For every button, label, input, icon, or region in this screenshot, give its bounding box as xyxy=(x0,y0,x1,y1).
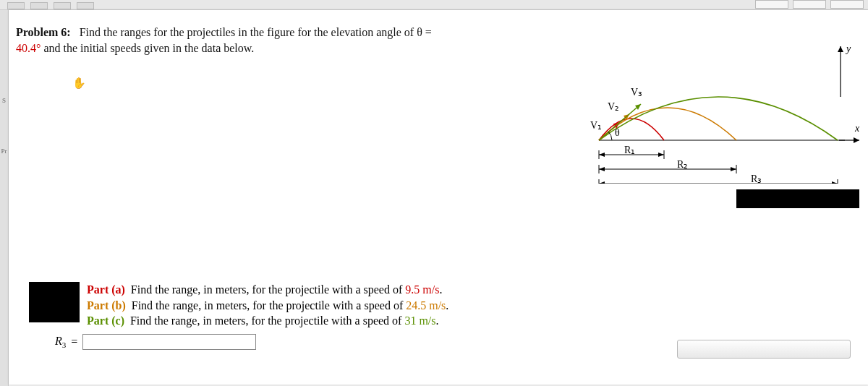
v3-label: V₃ xyxy=(631,87,642,98)
part-b-label: Part (b) xyxy=(87,299,126,312)
toolbar xyxy=(0,0,868,10)
parts-list: Part (a) Find the range, in meters, for … xyxy=(87,282,448,329)
r1-label: R₁ xyxy=(624,145,635,155)
svg-line-4 xyxy=(599,104,641,140)
problem-angle: 40.4° xyxy=(16,42,41,54)
toolbar-button-stub[interactable] xyxy=(793,0,826,9)
part-c-value: 31 m/s xyxy=(404,314,435,327)
answer-symbol-main: R xyxy=(55,335,62,347)
range-dimension-2: R₂ xyxy=(599,159,736,173)
trajectory-1 xyxy=(599,119,664,140)
toolbar-button-stub[interactable] xyxy=(755,0,788,9)
svg-marker-10 xyxy=(658,153,664,157)
part-c-post: . xyxy=(436,314,439,327)
r2-label: R₂ xyxy=(677,159,688,170)
x-arrowhead-icon xyxy=(854,137,859,143)
part-b-value: 24.5 m/s xyxy=(406,299,446,312)
x-axis-label: x xyxy=(854,123,860,134)
side-rail-marker: Pr xyxy=(0,147,8,155)
parts-block: Part (a) Find the range, in meters, for … xyxy=(29,282,448,329)
part-a-pre: Find the range, in meters, for the proje… xyxy=(131,283,405,296)
part-a-label: Part (a) xyxy=(87,283,125,296)
velocity-arrow-3 xyxy=(599,104,641,140)
answer-input[interactable] xyxy=(82,334,256,350)
part-a: Part (a) Find the range, in meters, for … xyxy=(87,282,448,298)
svg-marker-14 xyxy=(599,167,605,171)
answer-symbol: R3 xyxy=(55,335,66,349)
y-arrowhead-icon xyxy=(838,46,843,52)
toolbar-right xyxy=(755,0,864,9)
part-a-value: 9.5 m/s xyxy=(405,283,439,296)
problem-lead: Find the ranges for the projectiles in t… xyxy=(80,26,432,38)
projectile-figure: y x xyxy=(571,39,861,184)
side-rail: S Pr xyxy=(0,10,9,386)
part-c-pre: Find the range, in meters, for the proje… xyxy=(130,314,404,327)
svg-marker-15 xyxy=(731,167,736,171)
toolbar-stub xyxy=(7,2,25,9)
v1-label: V₁ xyxy=(590,120,602,131)
parts-thumbnail-stub xyxy=(29,282,80,322)
toolbar-stub xyxy=(54,2,71,9)
redacted-block xyxy=(736,189,859,208)
problem-label: Problem 6: xyxy=(16,26,71,38)
part-c-label: Part (c) xyxy=(87,314,124,327)
part-b-post: . xyxy=(446,299,448,312)
toolbar-stub xyxy=(77,2,94,9)
part-b: Part (b) Find the range, in meters, for … xyxy=(87,298,448,314)
part-b-pre: Find the range, in meters, for the proje… xyxy=(132,299,406,312)
range-dimension-3: R₃ xyxy=(599,173,838,184)
part-c: Part (c) Find the range, in meters, for … xyxy=(87,313,448,329)
v2-label: V₂ xyxy=(608,101,619,112)
trajectory-3 xyxy=(599,97,838,140)
part-a-post: . xyxy=(439,283,442,296)
toolbar-stub xyxy=(30,2,48,9)
answer-row: R3 = xyxy=(55,334,256,350)
theta-label: θ xyxy=(615,127,620,138)
svg-marker-19 xyxy=(599,181,605,184)
hand-cursor-icon: ✋ xyxy=(72,77,86,90)
side-rail-marker: S xyxy=(0,97,8,104)
page-canvas: Problem 6: Find the ranges for the proje… xyxy=(9,10,868,385)
toolbar-button-stub[interactable] xyxy=(830,0,864,9)
action-button[interactable] xyxy=(677,340,851,359)
problem-tail-text: and the initial speeds given in the data… xyxy=(43,42,254,54)
y-axis-label: y xyxy=(845,43,851,54)
range-dimension-1: R₁ xyxy=(599,145,664,159)
svg-marker-9 xyxy=(599,153,605,157)
answer-symbol-sub: 3 xyxy=(62,340,67,349)
r3-label: R₃ xyxy=(751,173,762,184)
answer-equals: = xyxy=(70,335,78,348)
